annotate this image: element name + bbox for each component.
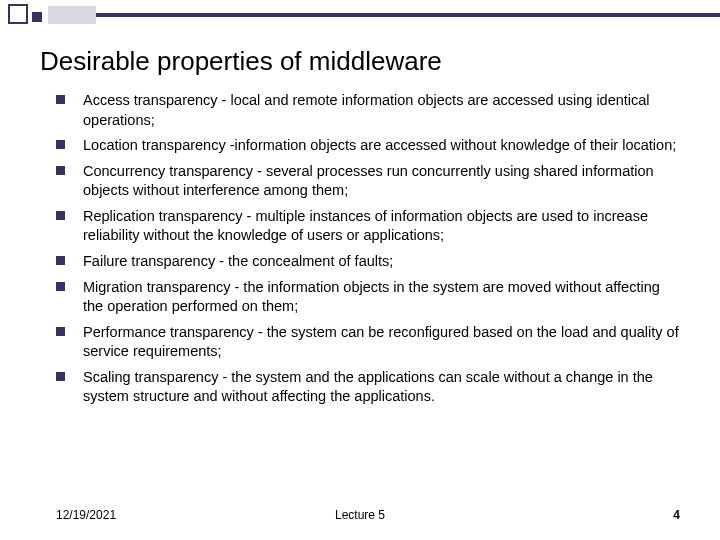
- bullet-icon: [56, 95, 65, 104]
- bullet-icon: [56, 327, 65, 336]
- list-item-text: Concurrency transparency - several proce…: [83, 162, 680, 201]
- square-solid-icon: [32, 12, 42, 22]
- list-item-text: Performance transparency - the system ca…: [83, 323, 680, 362]
- list-item-text: Scaling transparency - the system and th…: [83, 368, 680, 407]
- footer-page-number: 4: [673, 508, 680, 522]
- square-outline-icon: [8, 4, 28, 24]
- list-item: Replication transparency - multiple inst…: [56, 207, 680, 246]
- list-item: Location transparency -information objec…: [56, 136, 680, 156]
- bullet-icon: [56, 211, 65, 220]
- list-item-text: Migration transparency - the information…: [83, 278, 680, 317]
- bullet-icon: [56, 282, 65, 291]
- list-item: Scaling transparency - the system and th…: [56, 368, 680, 407]
- list-item: Performance transparency - the system ca…: [56, 323, 680, 362]
- footer-center: Lecture 5: [335, 508, 385, 522]
- header-bar-light: [48, 6, 96, 24]
- bullet-icon: [56, 372, 65, 381]
- list-item: Failure transparency - the concealment o…: [56, 252, 680, 272]
- slide-title: Desirable properties of middleware: [40, 46, 720, 77]
- bullet-icon: [56, 256, 65, 265]
- list-item-text: Replication transparency - multiple inst…: [83, 207, 680, 246]
- list-item-text: Access transparency - local and remote i…: [83, 91, 680, 130]
- bullet-icon: [56, 166, 65, 175]
- list-item: Access transparency - local and remote i…: [56, 91, 680, 130]
- decorative-header: [0, 0, 720, 28]
- bullet-list: Access transparency - local and remote i…: [56, 91, 680, 407]
- header-bar-dark: [96, 13, 720, 17]
- slide-footer: 12/19/2021 Lecture 5 4: [0, 508, 720, 522]
- list-item-text: Location transparency -information objec…: [83, 136, 676, 156]
- list-item: Concurrency transparency - several proce…: [56, 162, 680, 201]
- list-item: Migration transparency - the information…: [56, 278, 680, 317]
- list-item-text: Failure transparency - the concealment o…: [83, 252, 393, 272]
- bullet-icon: [56, 140, 65, 149]
- footer-date: 12/19/2021: [56, 508, 116, 522]
